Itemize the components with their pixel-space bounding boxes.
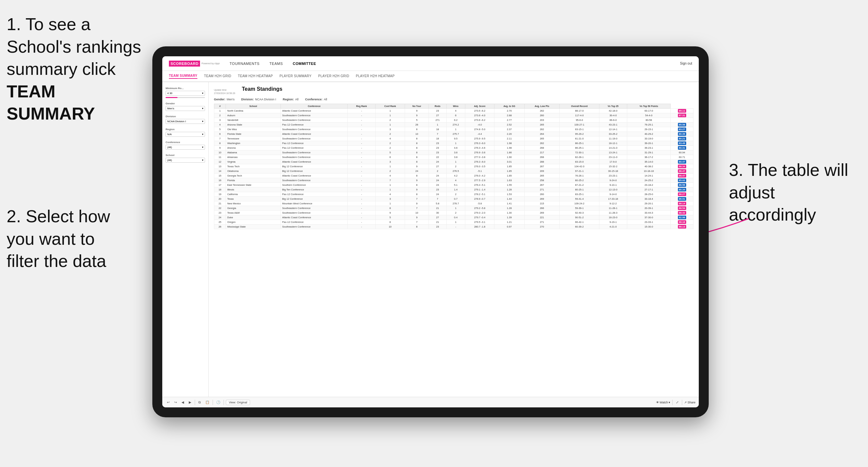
view-original-button[interactable]: View: Original bbox=[226, 400, 250, 405]
table-cell: 25 bbox=[214, 220, 226, 224]
table-cell: 10-18-18 bbox=[627, 168, 671, 173]
table-cell: 104-42-3 bbox=[560, 164, 599, 168]
table-cell: 6.2 bbox=[446, 118, 465, 122]
table-cell: 2.20 bbox=[494, 131, 524, 136]
table-cell: 203 bbox=[524, 118, 560, 122]
highlight-badge: 88.47 bbox=[678, 169, 686, 173]
nav-committee[interactable]: COMMITTEE bbox=[293, 62, 316, 66]
table-cell: 18-23-0 bbox=[599, 215, 627, 220]
forward-button[interactable]: ▶ bbox=[187, 400, 193, 405]
undo-button[interactable]: ↩ bbox=[165, 400, 171, 405]
col-wins: Wins bbox=[446, 104, 465, 108]
table-cell: 3 bbox=[376, 127, 405, 131]
clock-button[interactable]: 🕐 bbox=[215, 400, 222, 405]
table-cell: 1.85 bbox=[494, 168, 524, 173]
col-no-tour: No Tour bbox=[405, 104, 429, 108]
logo-sub: Powered by clippi bbox=[202, 62, 220, 65]
back-button[interactable]: ◀ bbox=[180, 400, 185, 405]
sub-nav-player-h2h-grid[interactable]: PLAYER H2H GRID bbox=[318, 74, 349, 79]
table-cell: 33-25-2 bbox=[599, 131, 627, 136]
table-cell: Pac-12 Conference bbox=[281, 146, 348, 150]
table-cell: 97-21-1 bbox=[560, 168, 599, 173]
table-cell: 1.30 bbox=[494, 210, 524, 215]
table-cell: 264 bbox=[524, 131, 560, 136]
highlight-badge: 82.98 bbox=[678, 216, 686, 219]
table-cell: 8 bbox=[405, 150, 429, 155]
sub-nav-team-summary[interactable]: TEAM SUMMARY bbox=[169, 74, 197, 79]
table-cell: 8 bbox=[405, 146, 429, 150]
table-cell: 4 bbox=[446, 108, 465, 113]
watch-button[interactable]: 👁 Watch ▾ bbox=[656, 401, 670, 404]
highlight-badge: 88.14 bbox=[678, 202, 686, 205]
table-cell: 88.34 bbox=[671, 164, 693, 168]
table-cell: 2.88 bbox=[494, 113, 524, 118]
table-cell: 37-30-0 bbox=[627, 215, 671, 220]
table-cell: 6 bbox=[214, 131, 226, 136]
copy-button[interactable]: ⧉ bbox=[197, 400, 202, 405]
table-cell: 258 bbox=[524, 178, 560, 183]
table-cell: 274.2 bbox=[446, 122, 465, 127]
table-cell: - bbox=[348, 122, 376, 127]
table-cell: 36-17-2 bbox=[627, 155, 671, 159]
minimum-slider[interactable] bbox=[165, 97, 205, 98]
table-cell: Arizona bbox=[226, 146, 281, 150]
table-cell: 2.11 bbox=[494, 136, 524, 141]
highlight-badge: 89.11 bbox=[678, 109, 686, 113]
highlight-badge: 88.18 bbox=[678, 220, 686, 224]
sub-nav-team-h2h-heatmap[interactable]: TEAM H2H HEATMAP bbox=[238, 74, 273, 79]
redo-button[interactable]: ↪ bbox=[173, 400, 178, 405]
sub-nav-team-h2h-grid[interactable]: TEAM H2H GRID bbox=[204, 74, 231, 79]
sign-out-button[interactable]: Sign out bbox=[680, 62, 692, 65]
table-cell: 88.47 bbox=[671, 173, 693, 178]
table-cell: Southeastern Conference bbox=[281, 113, 348, 118]
table-cell: 23 bbox=[429, 187, 446, 192]
division-filter-display: Division: NCAA Division I bbox=[241, 98, 276, 101]
table-cell: Southeastern Conference bbox=[281, 150, 348, 155]
table-cell: 276.3 -6.0 bbox=[465, 159, 494, 164]
table-cell: 5 bbox=[214, 127, 226, 131]
table-cell: - bbox=[348, 118, 376, 122]
nav-teams[interactable]: TEAMS bbox=[270, 62, 283, 66]
table-cell: Arizona State bbox=[226, 122, 281, 127]
share-button[interactable]: ↗ Share bbox=[684, 401, 695, 404]
gender-filter-select[interactable]: Men's ▾ bbox=[165, 106, 205, 111]
table-cell: 15-32-2 bbox=[599, 164, 627, 168]
paste-button[interactable]: 📋 bbox=[204, 400, 211, 405]
school-filter-select[interactable]: (All) ▾ bbox=[165, 158, 205, 163]
table-cell: 277.0 -3.8 bbox=[465, 155, 494, 159]
conference-filter-field: Conference (All) ▾ bbox=[165, 141, 205, 150]
table-cell: 217 bbox=[524, 150, 560, 155]
table-cell: 6 bbox=[376, 155, 405, 159]
sub-nav-player-summary[interactable]: PLAYER SUMMARY bbox=[280, 74, 312, 79]
table-cell: 9-24-0 bbox=[599, 178, 627, 183]
table-cell: 4.2 bbox=[446, 173, 465, 178]
table-cell: 8 bbox=[405, 192, 429, 196]
table-cell: 0.4 bbox=[446, 215, 465, 220]
sub-nav-player-h2h-heatmap[interactable]: PLAYER H2H HEATMAP bbox=[356, 74, 395, 79]
table-cell: Duke bbox=[226, 215, 281, 220]
table-cell: 9 bbox=[405, 164, 429, 168]
table-cell: 14-24-1 bbox=[627, 173, 671, 178]
table-cell: 276.0 -4.2 bbox=[465, 173, 494, 178]
nav-tournaments[interactable]: TOURNAMENTS bbox=[229, 62, 259, 66]
chevron-down-icon: ▾ bbox=[202, 159, 203, 162]
expand-button[interactable]: ⤢ bbox=[675, 400, 680, 405]
table-cell: 1 bbox=[446, 141, 465, 146]
region-filter-select[interactable]: N/A ▾ bbox=[165, 132, 205, 137]
table-cell: 19 bbox=[214, 192, 226, 196]
table-row: 5Ole MissSoutheastern Conference-3618127… bbox=[214, 127, 693, 131]
table-cell: 86.56 bbox=[671, 183, 693, 187]
table-cell: 5.1 bbox=[446, 183, 465, 187]
table-cell: Florida State bbox=[226, 131, 281, 136]
division-filter-select[interactable]: NCAA Division I ▾ bbox=[165, 119, 205, 124]
table-cell: 267 bbox=[524, 164, 560, 168]
table-cell: Pac-12 Conference bbox=[281, 122, 348, 127]
table-cell: 60.94 bbox=[671, 150, 693, 155]
minimum-filter-input[interactable]: 4 30 ▾ bbox=[165, 91, 205, 96]
standings-table: # School Conference Reg Rank Conf Rank N… bbox=[214, 104, 693, 229]
table-cell: - bbox=[348, 178, 376, 183]
table-cell: New Mexico bbox=[226, 201, 281, 206]
conference-filter-select[interactable]: (All) ▾ bbox=[165, 145, 205, 150]
table-cell: 7 bbox=[429, 196, 446, 201]
table-cell: 29-20-1 bbox=[627, 201, 671, 206]
